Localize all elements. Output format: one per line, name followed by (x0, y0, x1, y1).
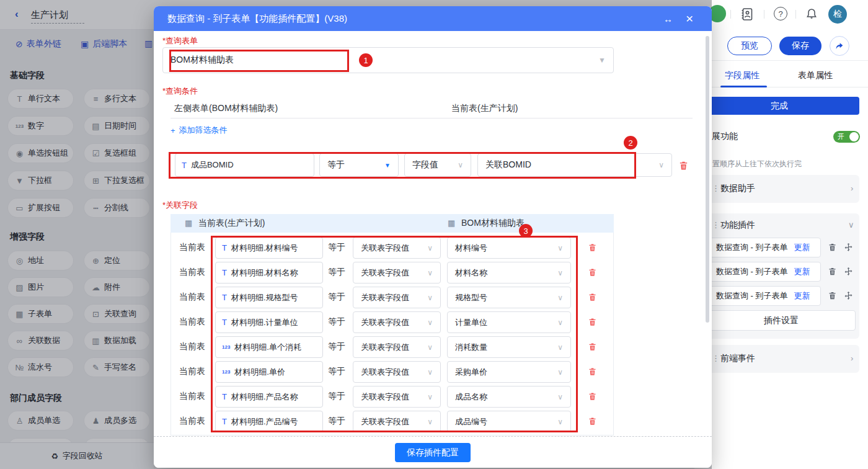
delete-plugin-icon[interactable] (828, 243, 837, 252)
delete-plugin-icon[interactable] (828, 291, 837, 300)
current-form-field-box[interactable]: T 材料明细.计量单位 (215, 311, 323, 333)
annotation-badge-1: 1 (359, 53, 373, 67)
modal-scrollbar[interactable] (706, 36, 709, 323)
lookup-field-select[interactable]: 材料名称 ∨ (447, 262, 571, 284)
related-fields-header: ▦ 当前表(生产计划) ▦ BOM材料辅助表 (170, 214, 614, 233)
lookup-field-select[interactable]: 计量单位 ∨ (447, 311, 571, 333)
lookup-field-select[interactable]: 成品编号 ∨ (447, 411, 571, 432)
plugin-config-modal: 数据查询 - 到子表单【功能插件配置】(V38) ↔ × *查询表单 BOM材料… (154, 6, 712, 468)
field-type-icon: T (222, 243, 227, 252)
current-form-field-box[interactable]: T 材料明细.产品名称 (215, 386, 323, 408)
move-plugin-icon[interactable] (844, 291, 853, 300)
lookup-field-select[interactable]: 材料编号 ∨ (447, 237, 571, 259)
related-col-right: BOM材料辅助表 (461, 218, 525, 229)
extend-function-toggle[interactable]: 开 (833, 131, 860, 143)
plugin-item-box[interactable]: 数据查询 - 到子表单 更新 (702, 238, 821, 257)
chevron-down-icon: ∨ (557, 318, 563, 327)
chevron-down-icon: ∨ (458, 161, 463, 169)
chevron-down-icon: ∨ (427, 318, 433, 327)
lookup-field-select[interactable]: 成品名称 ∨ (447, 386, 571, 408)
update-link[interactable]: 更新 (794, 266, 810, 277)
plugin-settings-button[interactable]: 插件设置 (707, 310, 856, 331)
query-form-select[interactable]: BOM材料辅助表 ▼ (162, 47, 614, 73)
move-plugin-icon[interactable] (844, 243, 853, 252)
annotation-badge-2: 2 (624, 136, 637, 150)
update-link[interactable]: 更新 (794, 242, 810, 253)
delete-row-icon[interactable] (588, 342, 597, 352)
plugin-item-box[interactable]: 数据查询 - 到子表单 更新 (702, 286, 821, 306)
move-plugin-icon[interactable] (844, 267, 853, 276)
data-helper-section[interactable]: ⋮⋮ 数据助手 › (699, 175, 859, 203)
current-form-field-box[interactable]: T 材料明细.材料名称 (215, 262, 323, 284)
value-source-select[interactable]: 关联表字段值 ∨ (353, 237, 441, 259)
preview-button[interactable]: 预览 (727, 37, 772, 55)
save-button[interactable]: 保存 (779, 37, 822, 55)
value-source-select[interactable]: 关联表字段值 ∨ (353, 386, 441, 408)
related-fields-table: 当前表 T 材料明细.材料编号 等于 关联表字段值 ∨ 材料编号 ∨ 当前表 T… (170, 233, 614, 436)
value-source-select[interactable]: 关联表字段值 ∨ (353, 262, 441, 284)
value-source-select[interactable]: 关联表字段值 ∨ (353, 411, 441, 432)
done-button[interactable]: 完成 (699, 97, 859, 115)
help-icon[interactable]: ? (774, 7, 787, 20)
condition-operator-select[interactable]: 等于 ▼ (319, 153, 399, 177)
field-mapping-row: 当前表 T 材料明细.材料名称 等于 关联表字段值 ∨ 材料名称 ∨ (171, 262, 613, 284)
chevron-down-icon: ∨ (557, 368, 563, 377)
value-source-select[interactable]: 关联表字段值 ∨ (353, 336, 441, 358)
divider (795, 10, 796, 19)
condition-value-type-select[interactable]: 字段值 ∨ (404, 153, 471, 177)
toggle-knob (849, 132, 859, 141)
tab-form-properties[interactable]: 表单属性 (798, 70, 833, 81)
plugin-item[interactable]: 数据查询 - 到子表单 更新 (699, 262, 859, 282)
save-plugin-config-button[interactable]: 保存插件配置 (395, 443, 471, 462)
text-field-icon: T (182, 161, 187, 170)
delete-row-icon[interactable] (588, 267, 597, 277)
divider (730, 10, 731, 19)
share-button[interactable] (830, 36, 849, 56)
tab-field-properties[interactable]: 字段属性 (725, 70, 760, 81)
add-filter-condition-link[interactable]: + 添加筛选条件 (170, 125, 228, 136)
delete-row-icon[interactable] (588, 243, 597, 252)
current-form-field-box[interactable]: 123 材料明细.单价 (215, 361, 323, 383)
lookup-field-select[interactable]: 规格型号 ∨ (447, 287, 571, 308)
divider (764, 10, 764, 19)
delete-plugin-icon[interactable] (828, 267, 837, 276)
active-tab-underline (720, 86, 767, 87)
condition-value-select[interactable]: 关联BOMID ∨ (477, 153, 672, 177)
lookup-field-select[interactable]: 采购单价 ∨ (447, 361, 571, 383)
chevron-down-icon: ▼ (384, 162, 391, 169)
value-source-select[interactable]: 关联表字段值 ∨ (353, 361, 441, 383)
expand-icon[interactable]: ↔ (663, 6, 673, 31)
close-icon[interactable]: × (686, 6, 693, 31)
frontend-events-section[interactable]: ⋮⋮ 前端事件 › (699, 345, 859, 373)
delete-condition-icon[interactable] (678, 160, 689, 171)
chevron-down-icon: ▼ (598, 56, 606, 65)
modal-header: 数据查询 - 到子表单【功能插件配置】(V38) ↔ × (154, 6, 712, 31)
plugin-item[interactable]: 数据查询 - 到子表单 更新 (699, 286, 859, 306)
field-mapping-row: 当前表 T 材料明细.材料编号 等于 关联表字段值 ∨ 材料编号 ∨ (171, 237, 613, 259)
right-panel: ? 检 预览 保存 字段属性 表单属性 完成 展功能 开 置顺序从上往下依次执行… (694, 0, 868, 469)
update-link[interactable]: 更新 (794, 290, 810, 302)
current-form-field-box[interactable]: 123 材料明细.单个消耗 (215, 336, 323, 358)
delete-row-icon[interactable] (588, 317, 597, 327)
value-source-select[interactable]: 关联表字段值 ∨ (353, 311, 441, 333)
delete-row-icon[interactable] (588, 292, 597, 302)
execution-order-hint: 置顺序从上往下依次执行完 (712, 159, 802, 169)
current-form-field-box[interactable]: T 材料明细.规格型号 (215, 287, 323, 308)
bell-icon[interactable] (805, 7, 818, 20)
condition-field-box[interactable]: T 成品BOMID (175, 153, 314, 177)
contacts-icon[interactable] (741, 7, 753, 21)
delete-row-icon[interactable] (588, 367, 597, 377)
chevron-down-icon: ∨ (427, 418, 433, 426)
delete-row-icon[interactable] (588, 391, 597, 401)
chevron-down-icon: ∨ (557, 269, 563, 277)
plugin-item[interactable]: 数据查询 - 到子表单 更新 (699, 238, 859, 257)
field-mapping-row: 当前表 123 材料明细.单个消耗 等于 关联表字段值 ∨ 消耗数量 ∨ (171, 336, 613, 358)
field-type-icon: T (222, 268, 227, 277)
lookup-field-select[interactable]: 消耗数量 ∨ (447, 336, 571, 358)
current-form-field-box[interactable]: T 材料明细.产品编号 (215, 411, 323, 432)
delete-row-icon[interactable] (588, 416, 597, 426)
plugin-item-box[interactable]: 数据查询 - 到子表单 更新 (702, 262, 821, 282)
user-avatar[interactable]: 检 (828, 5, 847, 24)
current-form-field-box[interactable]: T 材料明细.材料编号 (215, 237, 323, 259)
value-source-select[interactable]: 关联表字段值 ∨ (353, 287, 441, 308)
